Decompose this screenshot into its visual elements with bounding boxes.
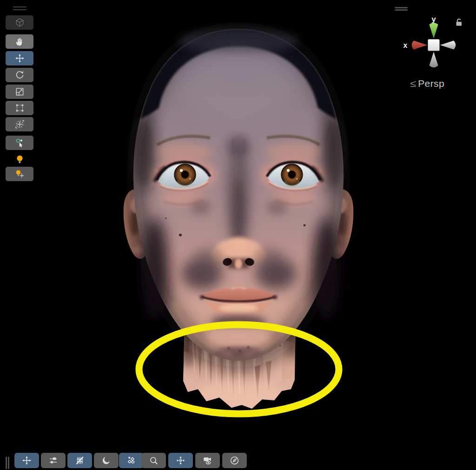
gizmo-drag-handle[interactable] — [395, 9, 408, 10]
rotate-icon — [14, 70, 25, 80]
rect-icon — [14, 103, 25, 113]
camera-view-button[interactable] — [195, 453, 220, 468]
move-icon — [14, 53, 25, 64]
sliders-icon — [48, 455, 59, 466]
shading-toggle-button[interactable] — [94, 453, 119, 468]
gizmo-cube[interactable] — [428, 39, 440, 51]
pick-add-tool-button[interactable] — [6, 136, 33, 150]
mole — [165, 217, 167, 219]
light-move-tool-button[interactable] — [6, 167, 33, 181]
y-axis-label: y — [431, 15, 436, 24]
persp-angle-icon: ≤ — [410, 79, 416, 88]
bottom-toolbar — [0, 446, 260, 470]
pan-tool-button[interactable] — [6, 34, 33, 49]
transform-icon — [14, 119, 25, 130]
compass-icon — [229, 455, 240, 466]
mole — [179, 234, 182, 236]
toolbar-drag-handle[interactable] — [13, 9, 26, 11]
lightbulb-move-icon — [14, 169, 25, 179]
lightbulb-icon — [14, 154, 25, 165]
poly-toggle-button[interactable] — [119, 453, 144, 468]
compass-tool-button[interactable] — [222, 453, 247, 468]
diamond-grid-icon — [126, 455, 137, 466]
transform-tool-button[interactable] — [6, 117, 33, 131]
neg-x-axis-cone[interactable] — [440, 41, 456, 50]
light-indicator-button — [6, 152, 33, 167]
scale-icon — [14, 86, 25, 97]
move-mode-button[interactable] — [14, 453, 39, 468]
cube-icon — [14, 17, 25, 28]
scale-tool-button[interactable] — [6, 85, 33, 99]
orientation-gizmo: y x ≤ Persp — [383, 0, 476, 98]
camera-eye-icon — [202, 455, 213, 466]
grid-toggle-button[interactable] — [67, 453, 92, 468]
editor-window: y x ≤ Persp — [0, 0, 476, 470]
magnifier-icon — [148, 455, 159, 466]
neg-y-axis-cone[interactable] — [430, 52, 438, 68]
x-axis-label: x — [403, 41, 408, 49]
rotate-tool-button[interactable] — [6, 68, 33, 82]
lock-icon[interactable] — [456, 19, 462, 26]
properties-button[interactable] — [41, 453, 66, 468]
center-icon — [175, 455, 186, 466]
head-model[interactable] — [124, 29, 354, 409]
pick-add-icon — [14, 137, 25, 148]
move-tool-button[interactable] — [6, 51, 33, 65]
zoom-tool-button[interactable] — [141, 453, 166, 468]
move-icon — [21, 455, 32, 466]
hand-icon — [14, 36, 25, 47]
toolbar-drag-handle[interactable] — [13, 7, 26, 8]
toolbar-drag-handle-vertical[interactable] — [6, 457, 7, 469]
y-axis-cone[interactable] — [430, 23, 438, 39]
x-axis-cone[interactable] — [412, 41, 428, 50]
frame-center-button[interactable] — [168, 453, 193, 468]
projection-label: Persp — [418, 78, 444, 89]
left-toolbar — [0, 0, 42, 186]
gizmo-drag-handle[interactable] — [395, 7, 408, 8]
sphere-icon — [101, 455, 112, 466]
grid-slash-icon — [74, 455, 85, 466]
toolbar-drag-handle-vertical[interactable] — [8, 457, 9, 469]
projection-toggle[interactable]: ≤ Persp — [410, 78, 444, 89]
view-tool-button[interactable] — [6, 15, 33, 30]
rect-tool-button[interactable] — [6, 101, 33, 115]
mole — [304, 224, 306, 227]
